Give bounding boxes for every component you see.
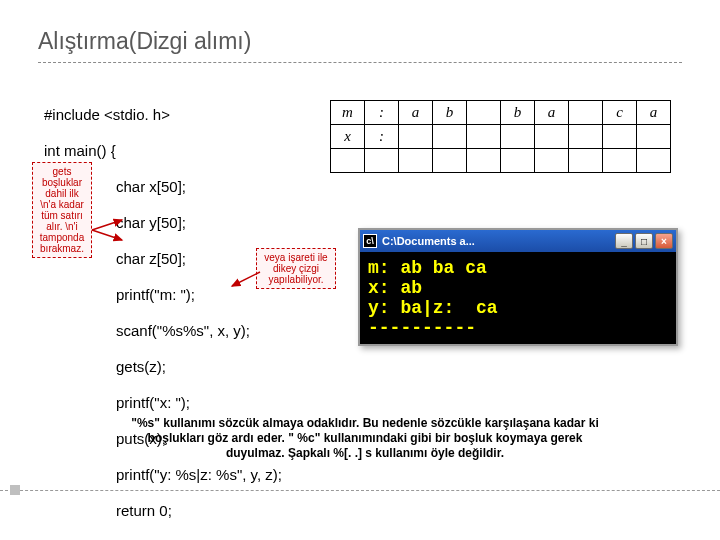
cell [399, 149, 433, 173]
cell [569, 149, 603, 173]
code-line: char y[50]; [116, 214, 282, 232]
close-button[interactable]: × [655, 233, 673, 249]
cell: m [331, 101, 365, 125]
cell [433, 125, 467, 149]
cell [331, 149, 365, 173]
cell [467, 101, 501, 125]
code-line: printf("x: "); [116, 394, 282, 412]
footnote: "%s" kullanımı sözcük almaya odaklıdır. … [120, 416, 610, 461]
bottom-dot-icon [10, 485, 20, 495]
title-rule [38, 62, 682, 63]
code-line: scanf("%s%s", x, y); [116, 322, 282, 340]
code-block: #include <stdio. h> int main() { char x[… [44, 88, 282, 540]
cell: : [365, 125, 399, 149]
cell [399, 125, 433, 149]
console-line: ---------- [368, 318, 476, 338]
console-line: x: ab [368, 278, 422, 298]
cell: b [501, 101, 535, 125]
cell [433, 149, 467, 173]
cell [365, 149, 399, 173]
console-body: m: ab ba ca x: ab y: ba|z: ca ---------- [360, 252, 676, 344]
maximize-button[interactable]: □ [635, 233, 653, 249]
cell: : [365, 101, 399, 125]
cmd-icon: c\ [363, 234, 377, 248]
cell: a [637, 101, 671, 125]
cell [569, 125, 603, 149]
page-title: Alıştırma(Dizgi alımı) [38, 28, 251, 55]
cell [637, 149, 671, 173]
cell [603, 149, 637, 173]
minimize-button[interactable]: _ [615, 233, 633, 249]
table-row [331, 149, 671, 173]
table-row: x : [331, 125, 671, 149]
console-window: c\ C:\Documents a... _ □ × m: ab ba ca x… [358, 228, 678, 346]
cell: a [535, 101, 569, 125]
cell [535, 125, 569, 149]
cell [637, 125, 671, 149]
code-line: #include <stdio. h> [44, 106, 282, 124]
code-line: printf("y: %s|z: %s", y, z); [116, 466, 282, 484]
console-titlebar: c\ C:\Documents a... _ □ × [360, 230, 676, 252]
cell [603, 125, 637, 149]
code-line: gets(z); [116, 358, 282, 376]
console-line: m: ab ba ca [368, 258, 487, 278]
code-line: char x[50]; [116, 178, 282, 196]
note-gets: gets boşluklar dahil ilk \n'a kadar tüm … [32, 162, 92, 258]
cell: c [603, 101, 637, 125]
cell: a [399, 101, 433, 125]
cell: b [433, 101, 467, 125]
code-line: return 0; [116, 502, 282, 520]
cell: x [331, 125, 365, 149]
note-pipe: veya işareti ile dikey çizgi yapılabiliy… [256, 248, 336, 289]
input-buffer-table: m : a b b a c a x : [330, 100, 671, 173]
code-line: int main() { [44, 142, 282, 160]
cell [535, 149, 569, 173]
cell [467, 149, 501, 173]
cell [501, 149, 535, 173]
cell [467, 125, 501, 149]
console-line: y: ba|z: ca [368, 298, 498, 318]
cell [569, 101, 603, 125]
table-row: m : a b b a c a [331, 101, 671, 125]
cell [501, 125, 535, 149]
console-title: C:\Documents a... [382, 235, 475, 247]
bottom-rule [0, 490, 720, 491]
